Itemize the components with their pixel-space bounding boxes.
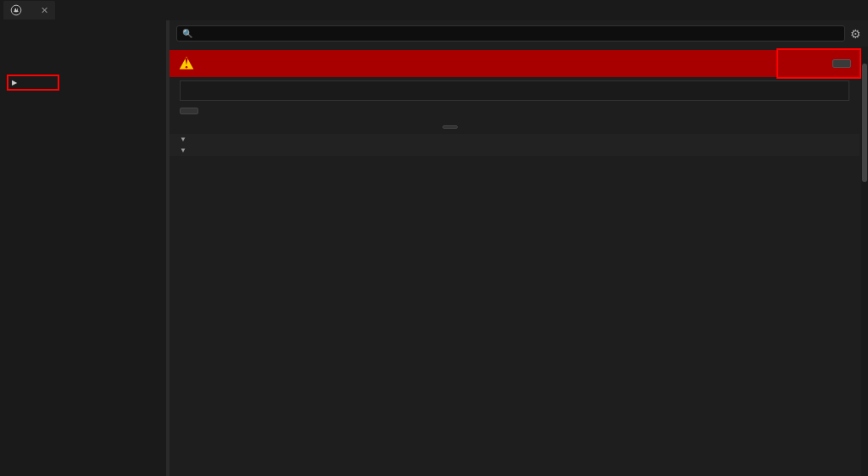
search-input[interactable]: [196, 29, 839, 38]
svg-point-3: [186, 66, 188, 69]
sidebar-group-editor: [12, 24, 166, 68]
triangle-down-icon: ▼: [180, 136, 186, 143]
sidebar: ▶: [0, 20, 170, 476]
unreal-logo-icon: [10, 4, 22, 16]
scrollbar-thumb[interactable]: [862, 64, 867, 182]
setting-row-build-folder: [170, 119, 860, 134]
content-panel: 🔍 ⚙: [170, 20, 868, 476]
search-input-wrap[interactable]: 🔍: [176, 25, 845, 42]
sidebar-link[interactable]: [12, 118, 166, 121]
warning-icon: [178, 55, 195, 72]
accept-sdk-license-button[interactable]: [180, 108, 198, 114]
config-banner: [170, 50, 860, 77]
tab-close-icon[interactable]: ✕: [41, 5, 48, 16]
scrollbar[interactable]: [861, 47, 868, 476]
sidebar-item-android[interactable]: ▶: [12, 77, 54, 88]
highlight-configure-button: [776, 48, 861, 79]
tab-project-settings[interactable]: ✕: [3, 1, 55, 19]
sidebar-link[interactable]: [12, 145, 166, 148]
section-header-app-bundles[interactable]: ▼: [170, 134, 860, 145]
triangle-down-icon: ▼: [180, 147, 186, 154]
title-bar: ✕: [0, 0, 868, 20]
section-header-build[interactable]: ▼: [170, 145, 860, 156]
note-box: [180, 80, 849, 101]
gear-icon[interactable]: ⚙: [850, 27, 861, 41]
open-build-folder-button[interactable]: [442, 125, 458, 129]
sidebar-link[interactable]: [12, 64, 166, 68]
search-bar: 🔍 ⚙: [170, 20, 868, 47]
highlight-android: ▶: [7, 75, 59, 91]
search-icon: 🔍: [182, 29, 192, 38]
caret-right-icon: ▶: [12, 79, 17, 86]
